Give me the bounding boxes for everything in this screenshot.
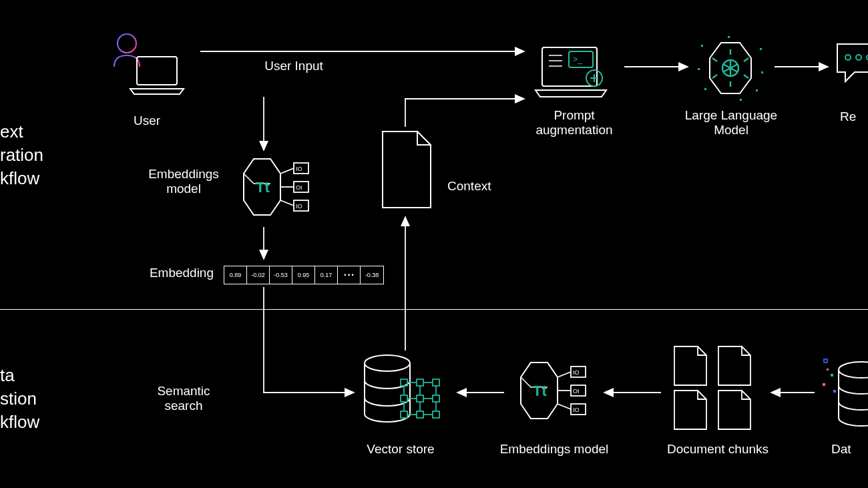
arrows <box>0 0 868 488</box>
user-input-label: User Input <box>247 59 341 73</box>
